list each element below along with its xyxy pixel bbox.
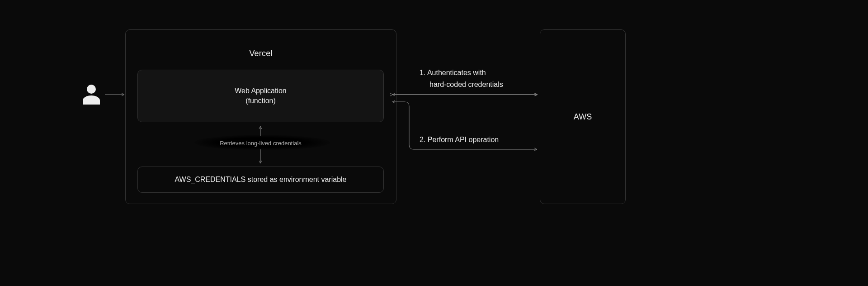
retrieve-label: Retrieves long-lived credentials — [137, 140, 384, 147]
vercel-title: Vercel — [126, 49, 396, 58]
envvar-box: AWS_CREDENTIALS stored as environment va… — [137, 167, 384, 193]
step-2-label: 2. Perform API operation — [420, 134, 499, 146]
diagram-canvas: Vercel Web Application (function) Retrie… — [0, 0, 868, 286]
user-icon — [83, 85, 100, 105]
webapp-line2: (function) — [245, 97, 276, 105]
step-1-line1: 1. Authenticates with — [420, 67, 503, 79]
webapp-line1: Web Application — [235, 87, 286, 95]
aws-title: AWS — [574, 112, 592, 122]
envvar-label: AWS_CREDENTIALS stored as environment va… — [175, 176, 347, 184]
step-1-label: 1. Authenticates with hard-coded credent… — [420, 67, 503, 90]
webapp-box: Web Application (function) — [137, 70, 384, 122]
aws-box: AWS — [540, 29, 626, 204]
step-1-line2: hard-coded credentials — [420, 79, 503, 91]
step-2-line1: 2. Perform API operation — [420, 134, 499, 146]
arrow-step1-group — [392, 93, 537, 96]
